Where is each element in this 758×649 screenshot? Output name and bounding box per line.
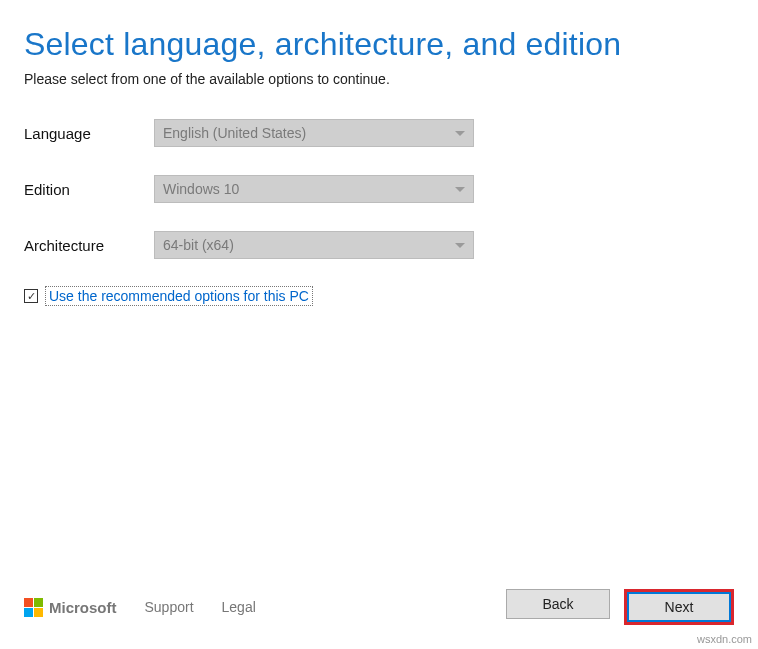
recommended-checkbox[interactable]: ✓ <box>24 289 38 303</box>
architecture-value: 64-bit (x64) <box>163 237 234 253</box>
architecture-select: 64-bit (x64) <box>154 231 474 259</box>
chevron-down-icon <box>455 243 465 248</box>
legal-link[interactable]: Legal <box>222 599 256 615</box>
language-label: Language <box>24 125 154 142</box>
microsoft-logo-icon <box>24 598 43 617</box>
edition-label: Edition <box>24 181 154 198</box>
watermark: wsxdn.com <box>697 633 752 645</box>
chevron-down-icon <box>455 131 465 136</box>
microsoft-brand: Microsoft <box>24 598 117 617</box>
language-select: English (United States) <box>154 119 474 147</box>
back-button[interactable]: Back <box>506 589 610 619</box>
recommended-label[interactable]: Use the recommended options for this PC <box>46 287 312 305</box>
edition-value: Windows 10 <box>163 181 239 197</box>
page-subtitle: Please select from one of the available … <box>24 71 734 87</box>
edition-select: Windows 10 <box>154 175 474 203</box>
page-title: Select language, architecture, and editi… <box>24 26 734 63</box>
next-button[interactable]: Next <box>627 592 731 622</box>
checkmark-icon: ✓ <box>27 291 36 302</box>
next-button-highlight: Next <box>624 589 734 625</box>
brand-text: Microsoft <box>49 599 117 616</box>
language-value: English (United States) <box>163 125 306 141</box>
support-link[interactable]: Support <box>145 599 194 615</box>
architecture-label: Architecture <box>24 237 154 254</box>
chevron-down-icon <box>455 187 465 192</box>
